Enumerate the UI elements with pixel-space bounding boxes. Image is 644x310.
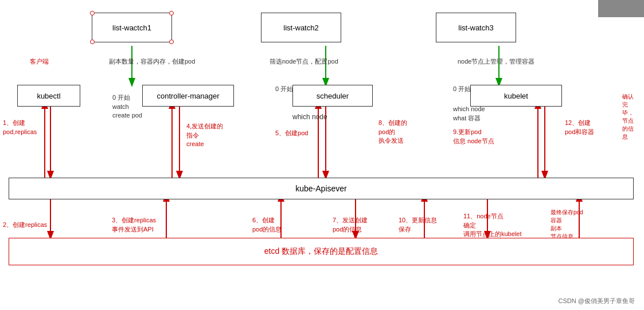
- kubectl-box: kubectl: [17, 85, 80, 107]
- step2-label: 2、创建replicas: [3, 212, 47, 230]
- step13-label: 最终保存pod 容器 副本 节点信息: [551, 201, 583, 241]
- list-watch3-box: list-watch3: [436, 13, 516, 42]
- etcd-label: etcd 数据库，保存的是配置信息: [264, 246, 378, 257]
- list-watch2-box: list-watch2: [261, 13, 341, 42]
- kube-apiserver-bar: kube-Apisever: [9, 178, 634, 199]
- list-watch1-box: list-wactch1: [92, 13, 172, 42]
- controller-desc-label: 副本数量，容器内存，创建pod: [109, 57, 195, 66]
- step5-label: 5、创建pod: [275, 120, 308, 138]
- step12-label: 12、创建 pod和容器: [565, 110, 594, 136]
- step4-label: 4,发送创建的 指令 create: [186, 113, 223, 149]
- controller-manager-box: controller-manager: [142, 85, 234, 107]
- which-node-label: which node: [292, 103, 327, 122]
- step0-scheduler-label: 0 开始: [275, 85, 293, 93]
- ke-hu-duan-label: 客户端: [30, 57, 49, 66]
- step8-label: 8、创建的 pod的 执令发送: [378, 110, 407, 146]
- list-watch3-label: list-watch3: [458, 23, 493, 32]
- kubelet-desc-label: node节点上管理，管理容器: [458, 57, 534, 66]
- step0-watch-label: 0 开始 watch create pod: [112, 85, 142, 120]
- top-right-image: [598, 0, 644, 17]
- list-watch2-label: list-watch2: [283, 23, 318, 32]
- scheduler-desc-label: 筛选node节点，配置pod: [270, 57, 338, 66]
- step6-label: 6、创建 pod的信息: [252, 207, 282, 234]
- etcd-bar: etcd 数据库，保存的是配置信息: [9, 238, 634, 265]
- step11-label: 11、node节点 确定 调用节点上的kubelet: [463, 203, 521, 239]
- list-watch1-label: list-wactch1: [112, 23, 151, 32]
- kube-apiserver-label: kube-Apisever: [295, 184, 347, 193]
- scheduler-label: scheduler: [317, 92, 349, 100]
- step10-label: 10、更新信息 保存: [399, 207, 437, 234]
- watermark: CSDN @俊俏美男子章鱼哥: [559, 297, 635, 305]
- diagram-container: list-wactch1 list-watch2 list-watch3 客户端…: [0, 0, 644, 310]
- step7-label: 7、发送创建 pod的信息: [333, 207, 368, 234]
- step3-label: 3、创建replicas 事件发送到API: [112, 207, 156, 234]
- step9-label: 9.更新pod 信息 node节点: [453, 119, 494, 146]
- step0-kubelet-label: 0 开始: [453, 85, 471, 93]
- step1-label: 1、创建 pod,replicas: [3, 110, 37, 136]
- confirm-finish-label: 确认 完 毕， 节点 的信 息: [622, 85, 634, 141]
- kubectl-label: kubectl: [37, 92, 60, 100]
- controller-manager-label: controller-manager: [157, 92, 219, 100]
- kubelet-label: kubelet: [504, 92, 528, 100]
